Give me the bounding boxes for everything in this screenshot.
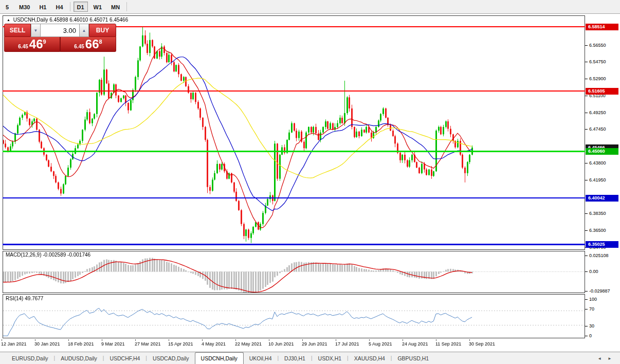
tab-scroll-arrows: ◄ ► bbox=[597, 352, 612, 364]
date-axis: 12 Jan 202130 Jan 202118 Feb 20219 Mar 2… bbox=[0, 339, 620, 351]
date-label: 24 Aug 2021 bbox=[402, 341, 428, 347]
rsi-value: 49.7677 bbox=[25, 296, 43, 301]
tab-scroll-left-icon[interactable]: ◄ bbox=[597, 356, 601, 361]
rsi-indicator-label: RSI(14) 49.7677 bbox=[6, 296, 43, 301]
chart-tab-gbpusd[interactable]: GBPUSD,H1 bbox=[392, 352, 434, 364]
chart-tab-xauusd[interactable]: XAUUSD,H4 bbox=[349, 352, 391, 364]
indicator-tick-label: 100 bbox=[589, 297, 597, 302]
date-tick-mark bbox=[68, 339, 69, 341]
macd-indicator-label: MACD(12,26,9) -0.002589 -0.001746 bbox=[6, 252, 90, 258]
price-tick-mark bbox=[585, 230, 588, 231]
date-label: 15 Apr 2021 bbox=[168, 341, 193, 347]
price-tick-mark bbox=[585, 45, 588, 46]
chart-tab-usdcad[interactable]: USDCAD,Daily bbox=[147, 352, 195, 364]
price-tick-label: 6.49250 bbox=[589, 110, 606, 115]
price-level-badge: 6.40042 bbox=[586, 195, 618, 202]
date-label: 18 Feb 2021 bbox=[68, 341, 94, 347]
date-tick-mark bbox=[169, 339, 169, 341]
symbol-ohlc-header: ▲ USDCNH,Daily 6.45898 6.46010 6.45071 6… bbox=[7, 17, 128, 23]
indicator-tick-mark bbox=[585, 256, 588, 256]
indicator-tick-label: 0 bbox=[589, 333, 592, 338]
date-tick-mark bbox=[102, 339, 102, 341]
date-label: 17 Jul 2021 bbox=[335, 341, 359, 347]
date-tick-mark bbox=[403, 339, 403, 341]
indicator-tick-mark bbox=[585, 299, 588, 300]
buy-price-big: 66 bbox=[85, 38, 99, 50]
date-label: 4 May 2021 bbox=[202, 341, 226, 347]
chart-tab-usdchf[interactable]: USDCHF,H4 bbox=[104, 352, 145, 364]
date-label: 9 Mar 2021 bbox=[101, 341, 125, 347]
price-axis: 6.565506.547506.529006.511006.492506.474… bbox=[585, 14, 620, 351]
price-level-badge: 6.58514 bbox=[586, 24, 618, 30]
indicator-tick-mark bbox=[585, 336, 588, 336]
date-label: 29 Jun 2021 bbox=[302, 341, 327, 347]
buy-price-prefix: 6.45 bbox=[74, 44, 84, 49]
volume-decrease-button[interactable]: ▼ bbox=[31, 24, 41, 37]
price-tick-label: 6.41950 bbox=[589, 177, 606, 183]
price-tick-mark bbox=[585, 79, 588, 79]
price-tick-label: 6.38350 bbox=[589, 211, 606, 216]
indicator-tick-mark bbox=[585, 271, 588, 272]
price-tick-mark bbox=[585, 129, 588, 130]
chart-tab-ukoil[interactable]: UKOil,H4 bbox=[244, 352, 278, 364]
trading-app-window: 5M30H1H4D1W1MN ▲ USDCNH,Daily 6.45898 6.… bbox=[0, 0, 620, 364]
symbol-ohlc-values: 6.45898 6.46010 6.45071 6.45466 bbox=[49, 17, 128, 23]
date-label: 10 Jun 2021 bbox=[268, 341, 294, 347]
date-tick-mark bbox=[2, 339, 2, 341]
chart-tab-usdcnh[interactable]: USDCNH,Daily bbox=[195, 352, 244, 364]
buy-button[interactable]: BUY bbox=[89, 24, 116, 37]
date-label: 5 Aug 2021 bbox=[369, 341, 392, 347]
volume-input[interactable]: 3.00 bbox=[41, 24, 79, 37]
price-tick-label: 6.54750 bbox=[589, 59, 606, 64]
price-tick-mark bbox=[585, 113, 588, 113]
sell-price-prefix: 6.45 bbox=[18, 44, 28, 49]
chart-tab-bar: EURUSD,Daily|AUDUSD,Daily|USDCHF,H4|USDC… bbox=[0, 352, 620, 364]
indicator-tick-label: 30 bbox=[589, 323, 594, 329]
indicator-tick-label: 70 bbox=[589, 306, 594, 312]
date-label: 12 Jan 2021 bbox=[1, 341, 27, 347]
volume-increase-button[interactable]: ▲ bbox=[79, 24, 89, 37]
tab-scroll-right-icon[interactable]: ► bbox=[608, 356, 612, 361]
price-tick-mark bbox=[585, 213, 588, 214]
chart-tab-eurusd[interactable]: EURUSD,Daily bbox=[6, 352, 54, 364]
date-label: 27 Mar 2021 bbox=[135, 341, 161, 347]
chart-tab-dj30[interactable]: DJ30,H1 bbox=[279, 352, 311, 364]
date-tick-mark bbox=[235, 339, 236, 341]
chart-tab-audusd[interactable]: AUDUSD,Daily bbox=[55, 352, 103, 364]
price-tick-mark bbox=[585, 96, 588, 96]
price-tick-label: 6.36500 bbox=[589, 228, 606, 233]
date-tick-mark bbox=[135, 339, 136, 341]
date-tick-mark bbox=[469, 339, 470, 341]
date-tick-mark bbox=[35, 339, 35, 341]
price-level-badge: 6.51605 bbox=[586, 88, 618, 95]
date-label: 30 Jan 2021 bbox=[34, 341, 60, 347]
indicator-tick-label: -0.029887 bbox=[589, 288, 610, 294]
price-tick-mark bbox=[585, 62, 588, 62]
price-tick-label: 6.47450 bbox=[589, 126, 606, 132]
sell-button[interactable]: SELL bbox=[4, 24, 31, 37]
indicator-tick-mark bbox=[585, 326, 588, 326]
price-level-badge: 6.35025 bbox=[586, 241, 618, 248]
date-tick-mark bbox=[302, 339, 303, 341]
collapse-triangle-icon[interactable]: ▲ bbox=[7, 18, 10, 22]
price-tick-mark bbox=[585, 180, 588, 180]
date-label: 11 Sep 2021 bbox=[435, 341, 461, 347]
chart-tab-usdx[interactable]: USDX,H1 bbox=[313, 352, 348, 364]
buy-price-display[interactable]: 6.45 66 8 bbox=[60, 37, 116, 52]
sell-price-display[interactable]: 6.45 46 9 bbox=[4, 37, 60, 52]
sell-price-sup: 9 bbox=[43, 39, 46, 45]
date-tick-mark bbox=[336, 339, 336, 341]
indicator-tick-mark bbox=[585, 309, 588, 310]
indicator-tick-label: 0.025108 bbox=[589, 253, 609, 258]
date-tick-mark bbox=[436, 339, 436, 341]
price-level-badge: 6.45060 bbox=[586, 148, 618, 155]
buy-price-sup: 8 bbox=[99, 39, 102, 45]
rsi-name: RSI(14) bbox=[6, 296, 23, 301]
date-tick-mark bbox=[269, 339, 269, 341]
date-tick-mark bbox=[369, 339, 370, 341]
price-tick-label: 6.43800 bbox=[589, 160, 606, 166]
indicator-tick-mark bbox=[585, 291, 588, 292]
macd-values: -0.002589 -0.001746 bbox=[43, 252, 90, 258]
date-label: 22 May 2021 bbox=[235, 341, 262, 347]
chart-canvas[interactable] bbox=[0, 0, 620, 364]
